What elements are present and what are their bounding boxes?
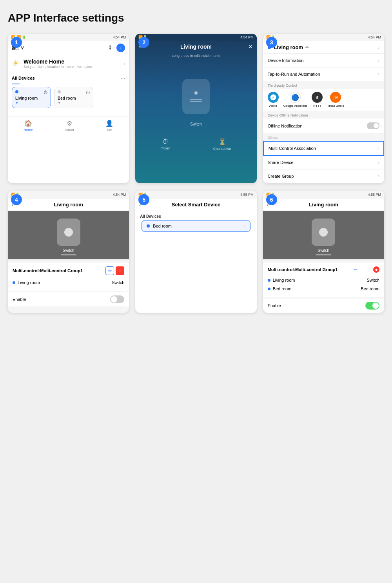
status-time-6: 4:55 PM — [368, 193, 381, 197]
ifttt-item[interactable]: if IFTTT — [312, 92, 323, 107]
s4-enable-toggle[interactable] — [110, 295, 124, 303]
s6-device-name-1: Living room — [273, 278, 295, 282]
device-dot — [194, 91, 198, 95]
chevron-right-icon-3: › — [378, 45, 379, 50]
screen-2: 2 📶🔋 4:54 PM ✏ Living room ✕ Long press … — [135, 34, 256, 183]
more-icon[interactable]: ··· — [121, 75, 125, 81]
all-devices-label: All Devices — [12, 76, 35, 80]
top-screens-row: 1 📶 📶 🔋 4:54 PM 家.. ∨ 🎙 + ☀ Welcome Home… — [8, 34, 384, 183]
s4-add-button[interactable]: + — [116, 266, 124, 275]
nav-home[interactable]: 🏠 Home — [24, 120, 33, 132]
device-status-dot — [15, 90, 18, 93]
tmall-item[interactable]: TM Tmall Genie — [327, 92, 344, 107]
share-device-label: Share Device — [268, 160, 294, 165]
s4-mc-buttons: ✏ + — [105, 266, 124, 275]
s5-bedroom-label: Bed room — [153, 224, 172, 228]
s6-device-name-2: Bed room — [273, 286, 292, 291]
s6-enable-toggle[interactable] — [365, 302, 379, 310]
alexa-label: Alexa — [269, 104, 277, 107]
s4-device-box — [57, 219, 80, 246]
s4-edit-button[interactable]: ✏ — [105, 266, 114, 275]
status-time-1: 4:54 PM — [113, 35, 126, 39]
s1-all-devices-header: All Devices ··· — [8, 73, 129, 84]
s1-app-header: 家.. ∨ 🎙 + — [8, 41, 129, 55]
timer-button[interactable]: ⏱ Timer — [161, 138, 170, 151]
chevron-right-icon: › — [124, 61, 125, 66]
s6-enable-row: Enable — [263, 299, 384, 313]
device-chevron: ▼ — [15, 101, 47, 105]
home-icon: 🏠 — [24, 120, 32, 127]
chevron-multi: › — [377, 146, 379, 151]
s6-mc-title: Multi-control:Multi-control Group1 — [268, 267, 338, 272]
device-info-label: Device Information — [268, 58, 304, 63]
device-status-dot-2 — [58, 90, 61, 93]
nav-me-label: Me — [107, 128, 112, 132]
menu-automation[interactable]: Tap-to-Run and Automation › — [263, 67, 384, 81]
ifttt-label: IFTTT — [313, 104, 321, 107]
s6-header: ‹ Living room — [263, 199, 384, 211]
third-party-section-label: Third-party Control — [263, 81, 384, 89]
countdown-button[interactable]: ⏳ Countdown — [213, 138, 231, 151]
status-bar-1: 📶 📶 🔋 4:54 PM — [8, 34, 129, 41]
s4-mc-title: Multi-control:Multi-control Group1 — [13, 268, 83, 273]
s1-welcome-text: Welcome Home Set your home location for … — [24, 58, 92, 69]
s1-nav-bar: 🏠 Home ⚙ Smart 👤 Me — [8, 116, 129, 135]
nav-home-label: Home — [24, 128, 33, 132]
device-icons: ⏻ — [15, 90, 47, 95]
menu-multi-control[interactable]: Multi-Control Association › — [263, 141, 384, 156]
multi-control-label: Multi-Control Association — [269, 146, 316, 151]
device-name-living: Living room — [15, 96, 47, 100]
add-button[interactable]: + — [116, 44, 125, 52]
s6-device-preview: Switch — [263, 211, 384, 259]
edit-icon[interactable]: ✏ — [305, 45, 309, 50]
s6-edit-icon[interactable]: ✏ — [354, 267, 357, 272]
s5-header: ‹ Select Smart Device — [135, 199, 256, 211]
s2-top-bar: ✏ Living room ✕ — [135, 41, 256, 52]
device-bed-room[interactable]: ⏻ Bed room ▼ — [54, 87, 93, 108]
google-item[interactable]: 🔵 Google Assistant — [283, 92, 307, 107]
sun-icon: ☀ — [12, 58, 20, 69]
s3-room-header: Living room ✏ › — [263, 41, 384, 54]
s4-indicator-line — [61, 254, 76, 255]
line-2 — [190, 101, 202, 102]
chevron-icon-2: › — [378, 71, 379, 77]
s6-enable-label: Enable — [268, 303, 281, 308]
device-lines — [190, 99, 202, 102]
line-1 — [190, 99, 202, 100]
alexa-item[interactable]: A Alexa — [268, 92, 279, 107]
mic-icon[interactable]: 🎙 — [108, 45, 113, 51]
screen-3: 3 📶🔋 4:54 PM Living room ✏ › Device Info… — [263, 34, 384, 183]
s3-room-name: Living room — [274, 44, 303, 50]
menu-share-device[interactable]: Share Device › — [263, 156, 384, 169]
power-icon-2: ⏻ — [86, 90, 90, 95]
s6-mc-section: Multi-control:Multi-control Group1 ✏ ● L… — [263, 262, 384, 297]
menu-create-group[interactable]: Create Group › — [263, 169, 384, 183]
nav-me[interactable]: 👤 Me — [105, 120, 113, 132]
device-living-room[interactable]: ⏻ Living room ▼ — [12, 87, 51, 108]
s6-indicator-line — [316, 254, 331, 255]
device-dot-6b — [268, 288, 270, 290]
s1-welcome-section: ☀ Welcome Home Set your home location fo… — [8, 55, 129, 73]
device-name-bed: Bed room — [58, 96, 90, 100]
status-time-2: 4:54 PM — [240, 35, 254, 39]
s4-device-preview: Switch — [8, 211, 129, 259]
s6-device-value-1: Switch — [367, 278, 379, 282]
status-time-5: 4:55 PM — [240, 193, 254, 197]
step-badge-1: 1 — [11, 37, 22, 48]
s4-mc-section: Multi-control:Multi-control Group1 ✏ + L… — [8, 262, 129, 291]
timer-label: Timer — [161, 146, 170, 150]
offline-toggle[interactable] — [367, 122, 379, 129]
screen-5: 5 📶🔋 4:55 PM ‹ Select Smart Device All D… — [135, 191, 256, 313]
tmall-label: Tmall Genie — [327, 104, 344, 107]
svg-text:A: A — [272, 96, 274, 99]
status-bar-3: 📶🔋 4:54 PM — [263, 34, 384, 41]
nav-smart[interactable]: ⚙ Smart — [65, 120, 74, 132]
offline-notification-row: Offline Notification — [263, 118, 384, 133]
s2-switch-label: Switch — [135, 122, 256, 126]
menu-device-info[interactable]: Device Information › — [263, 54, 384, 67]
device-chevron-2: ▼ — [58, 101, 90, 105]
s5-device-item-bedroom[interactable]: Bed room › — [142, 220, 250, 232]
chevron-share: › — [378, 160, 379, 165]
close-icon[interactable]: ✕ — [248, 44, 253, 50]
s4-device-value: Switch — [112, 280, 124, 285]
